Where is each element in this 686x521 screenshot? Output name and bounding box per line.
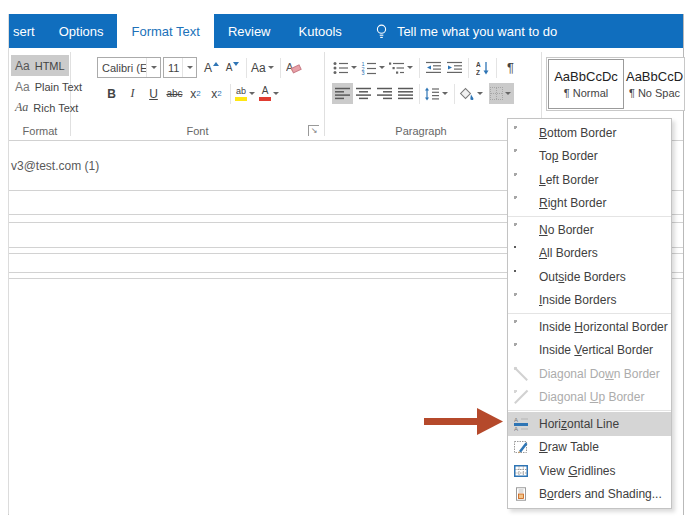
font-name-value: Calibri (E bbox=[102, 62, 146, 74]
shading-button[interactable] bbox=[458, 83, 486, 104]
superscript-button[interactable]: x2 bbox=[206, 83, 227, 104]
tab-format-text[interactable]: Format Text bbox=[117, 14, 213, 48]
menu-item-label: Inside Horizontal Border bbox=[539, 320, 668, 334]
border-right-icon bbox=[514, 196, 528, 210]
border-hline-icon: AA bbox=[514, 417, 528, 431]
line-spacing-button[interactable] bbox=[423, 83, 451, 104]
menu-item-label: Horizontal Line bbox=[539, 417, 619, 431]
style-card-normal[interactable]: AaBbCcDc¶ Normal bbox=[548, 59, 624, 109]
outlook-compose-window: sertOptionsFormat TextReviewKutools Tell… bbox=[0, 0, 686, 521]
italic-button[interactable]: I bbox=[122, 83, 143, 104]
sort-button[interactable]: AZ bbox=[472, 57, 493, 78]
border-inside-icon bbox=[514, 293, 528, 307]
align-right-button[interactable] bbox=[374, 83, 395, 104]
paint-bucket-icon bbox=[459, 87, 475, 101]
menu-item-label: Diagonal Up Border bbox=[539, 390, 644, 404]
font-color-button[interactable]: A bbox=[258, 83, 282, 104]
menu-item-top-border[interactable]: Top Border bbox=[508, 145, 671, 169]
menu-item-diagonal-down-border[interactable]: Diagonal Down Border bbox=[508, 362, 671, 386]
underline-button[interactable]: U bbox=[143, 83, 164, 104]
increase-indent-icon bbox=[447, 61, 463, 75]
align-center-button[interactable] bbox=[353, 83, 374, 104]
format-item-label: HTML bbox=[35, 60, 65, 72]
chevron-down-icon[interactable] bbox=[146, 58, 160, 77]
menu-item-outside-borders[interactable]: Outside Borders bbox=[508, 265, 671, 289]
menu-item-horizontal-line[interactable]: AAHorizontal Line bbox=[508, 412, 671, 436]
border-left-icon bbox=[514, 173, 528, 187]
tab-insert[interactable]: sert bbox=[9, 14, 45, 48]
show-paragraph-marks-button[interactable]: ¶ bbox=[500, 57, 521, 78]
font-name-combo[interactable]: Calibri (E bbox=[97, 57, 161, 78]
menu-item-right-border[interactable]: Right Border bbox=[508, 192, 671, 216]
menu-item-borders-and-shading[interactable]: Borders and Shading... bbox=[508, 483, 671, 507]
pilcrow-icon: ¶ bbox=[507, 60, 514, 75]
style-card-no-spac[interactable]: AaBbCcD¶ No Spac bbox=[625, 58, 684, 110]
text-highlight-button[interactable]: ab bbox=[234, 83, 258, 104]
menu-item-bottom-border[interactable]: Bottom Border bbox=[508, 121, 671, 145]
aa-glyph: Aa bbox=[15, 100, 28, 115]
border-none-icon bbox=[514, 223, 528, 237]
line-spacing-icon bbox=[424, 87, 440, 101]
paragraph-group-label: Paragraph bbox=[326, 125, 516, 137]
chevron-down-icon[interactable] bbox=[182, 58, 196, 77]
svg-text:A: A bbox=[514, 417, 518, 423]
bold-button[interactable]: B bbox=[101, 83, 122, 104]
shrink-font-button[interactable]: A bbox=[222, 57, 243, 78]
menu-item-label: No Border bbox=[539, 223, 594, 237]
tell-me-box[interactable]: Tell me what you want to do bbox=[362, 14, 569, 48]
multilevel-list-icon bbox=[389, 61, 405, 75]
numbering-button[interactable]: 123 bbox=[360, 57, 388, 78]
menu-item-inside-vertical-border[interactable]: Inside Vertical Border bbox=[508, 339, 671, 363]
menu-item-all-borders[interactable]: All Borders bbox=[508, 242, 671, 266]
decrease-indent-button[interactable] bbox=[423, 57, 444, 78]
ribbon-tab-bar: sertOptionsFormat TextReviewKutools Tell… bbox=[9, 14, 683, 48]
increase-indent-button[interactable] bbox=[444, 57, 465, 78]
menu-item-label: Borders and Shading... bbox=[539, 487, 662, 501]
tell-me-label: Tell me what you want to do bbox=[397, 24, 557, 39]
border-ivert-icon bbox=[514, 343, 528, 357]
menu-item-label: View Gridlines bbox=[539, 464, 616, 478]
font-size-combo[interactable]: 11 bbox=[163, 57, 197, 78]
menu-item-label: Bottom Border bbox=[539, 126, 616, 140]
format-item-rich-text[interactable]: AaRich Text bbox=[11, 97, 69, 118]
menu-item-left-border[interactable]: Left Border bbox=[508, 168, 671, 192]
menu-item-label: Diagonal Down Border bbox=[539, 367, 660, 381]
multilevel-list-button[interactable] bbox=[388, 57, 416, 78]
menu-item-view-gridlines[interactable]: View Gridlines bbox=[508, 459, 671, 483]
tab-kutools[interactable]: Kutools bbox=[285, 14, 356, 48]
grow-font-button[interactable]: A bbox=[201, 57, 222, 78]
subscript-button[interactable]: x2 bbox=[185, 83, 206, 104]
change-case-button[interactable]: Aa bbox=[250, 57, 277, 78]
menu-item-inside-borders[interactable]: Inside Borders bbox=[508, 289, 671, 313]
menu-item-label: All Borders bbox=[539, 246, 598, 260]
svg-text:3: 3 bbox=[362, 70, 365, 75]
align-right-icon bbox=[377, 87, 393, 101]
menu-item-label: Inside Vertical Border bbox=[539, 343, 653, 357]
menu-item-no-border[interactable]: No Border bbox=[508, 218, 671, 242]
borders-button[interactable] bbox=[489, 83, 514, 104]
strikethrough-button[interactable]: abc bbox=[164, 83, 185, 104]
menu-separator bbox=[508, 313, 671, 314]
annotation-arrow bbox=[422, 407, 506, 436]
tab-options[interactable]: Options bbox=[45, 14, 118, 48]
menu-item-label: Outside Borders bbox=[539, 270, 626, 284]
bullets-button[interactable] bbox=[332, 57, 360, 78]
style-name: ¶ No Spac bbox=[629, 87, 680, 99]
svg-text:Z: Z bbox=[476, 68, 480, 75]
menu-separator bbox=[508, 216, 671, 217]
format-group: AaHTMLAaPlain TextAaRich Text bbox=[11, 55, 69, 118]
numbering-icon: 123 bbox=[361, 61, 377, 75]
format-item-html[interactable]: AaHTML bbox=[11, 55, 69, 76]
menu-item-inside-horizontal-border[interactable]: Inside Horizontal Border bbox=[508, 315, 671, 339]
font-group-label: Font bbox=[71, 125, 324, 137]
menu-item-diagonal-up-border[interactable]: Diagonal Up Border bbox=[508, 386, 671, 410]
align-left-button[interactable] bbox=[332, 83, 353, 104]
clear-formatting-button[interactable]: A bbox=[284, 57, 305, 78]
format-item-plain-text[interactable]: AaPlain Text bbox=[11, 76, 69, 97]
borders-dropdown-menu: Bottom BorderTop BorderLeft BorderRight … bbox=[507, 118, 672, 509]
border-outside-icon bbox=[514, 270, 528, 284]
menu-item-draw-table[interactable]: Draw Table bbox=[508, 436, 671, 460]
align-center-icon bbox=[356, 87, 372, 101]
tab-review[interactable]: Review bbox=[214, 14, 285, 48]
justify-button[interactable] bbox=[395, 83, 416, 104]
